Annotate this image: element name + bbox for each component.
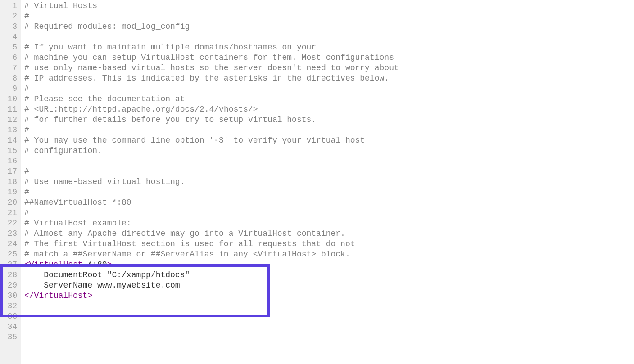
code-line[interactable]: ServerName www.mywebsite.com [24,280,634,291]
code-line[interactable] [24,311,634,322]
code-line[interactable]: # Please see the documentation at [24,94,634,104]
code-line[interactable]: # match a ##ServerName or ##ServerAlias … [24,249,634,260]
line-number: 9 [2,84,17,94]
line-number: 34 [2,322,17,332]
code-line[interactable]: # configuration. [24,146,634,156]
code-token: # If you want to maintain multiple domai… [24,43,316,52]
code-line[interactable]: <VirtualHost *:80> [24,260,634,270]
code-token: # <URL: [24,105,59,114]
code-line[interactable]: # You may use the command line option '-… [24,135,634,146]
line-number: 27 [2,260,17,270]
code-line[interactable]: # <URL:http://httpd.apache.org/docs/2.4/… [24,104,634,115]
code-line[interactable]: # Required modules: mod_log_config [24,22,634,32]
code-token: <VirtualHost [24,260,83,269]
code-area[interactable]: # Virtual Hosts## Required modules: mod_… [21,0,634,364]
line-number: 20 [2,198,17,208]
code-line[interactable]: # [24,125,634,135]
code-token: *:80 [83,260,107,269]
line-number: 10 [2,94,17,104]
line-number: 33 [2,311,17,322]
code-token: # [24,167,29,176]
code-line[interactable]: # [24,187,634,198]
code-line[interactable]: </VirtualHost> [24,291,634,301]
line-number: 25 [2,249,17,260]
code-token: # [24,208,29,217]
line-number: 22 [2,218,17,229]
code-line[interactable]: # machine you can setup VirtualHost cont… [24,53,634,63]
code-token: # Almost any Apache directive may go int… [24,229,345,238]
code-line[interactable] [24,156,634,166]
code-line[interactable] [24,32,634,42]
code-token: # Virtual Hosts [24,1,97,10]
current-line-highlight [24,291,634,301]
code-line[interactable]: # use only name-based virtual hosts so t… [24,63,634,73]
code-line[interactable] [24,301,634,311]
code-line[interactable]: # If you want to maintain multiple domai… [24,42,634,53]
code-token: http://httpd.apache.org/docs/2.4/vhosts/ [59,105,253,114]
code-token: > [253,105,258,114]
line-number: 13 [2,125,17,135]
code-token: "C:/xampp/htdocs" [107,270,190,279]
line-number: 8 [2,73,17,84]
code-line[interactable]: # [24,208,634,218]
line-number: 11 [2,104,17,115]
code-token: </VirtualHost> [24,291,92,300]
line-number: 24 [2,239,17,249]
code-line[interactable]: # IP addresses. This is indicated by the… [24,73,634,84]
code-token: # You may use the command line option '-… [24,136,365,145]
code-line[interactable]: ##NameVirtualHost *:80 [24,198,634,208]
code-line[interactable]: # Use name-based virtual hosting. [24,177,634,187]
code-line[interactable]: # The first VirtualHost section is used … [24,239,634,249]
code-line[interactable]: DocumentRoot "C:/xampp/htdocs" [24,270,634,280]
line-number: 23 [2,229,17,239]
line-number: 17 [2,166,17,177]
line-number: 15 [2,146,17,156]
line-number: 14 [2,135,17,146]
code-token: # VirtualHost example: [24,219,131,228]
line-number: 32 [2,301,17,311]
line-number: 28 [2,270,17,280]
code-line[interactable]: # [24,11,634,22]
code-token: # for further details before you try to … [24,115,316,124]
code-line[interactable]: # Almost any Apache directive may go int… [24,229,634,239]
code-token: # machine you can setup VirtualHost cont… [24,53,394,62]
code-token: DocumentRoot [24,270,107,279]
code-line[interactable] [24,332,634,342]
line-number: 21 [2,208,17,218]
code-token: # Required modules: mod_log_config [24,22,190,31]
line-number: 18 [2,177,17,187]
code-token: > [107,260,112,269]
line-number: 5 [2,42,17,53]
code-token: # IP addresses. This is indicated by the… [24,74,389,83]
code-token: # [24,12,29,21]
code-token: # The first VirtualHost section is used … [24,239,355,248]
text-caret [92,291,92,300]
code-line[interactable]: # [24,84,634,94]
code-line[interactable]: # [24,166,634,177]
code-line[interactable]: # for further details before you try to … [24,115,634,125]
line-number: 19 [2,187,17,198]
code-token: # use only name-based virtual hosts so t… [24,63,399,72]
code-token: # match a ##ServerName or ##ServerAlias … [24,250,350,259]
line-number: 3 [2,22,17,32]
line-number: 2 [2,11,17,22]
line-number: 12 [2,115,17,125]
code-token: ServerName www.mywebsite.com [24,281,180,290]
code-token: # [24,84,29,93]
line-number: 6 [2,53,17,63]
code-line[interactable] [24,322,634,332]
code-token: # [24,188,29,197]
code-editor[interactable]: 1234567891011121314151617181920212223242… [0,0,634,364]
line-number: 7 [2,63,17,73]
line-number: 16 [2,156,17,166]
code-line[interactable]: # VirtualHost example: [24,218,634,229]
line-number: 35 [2,332,17,342]
line-number: 30 [2,291,17,301]
line-number-gutter: 1234567891011121314151617181920212223242… [0,0,21,364]
line-number: 1 [2,1,17,11]
line-number: 4 [2,32,17,42]
code-token: # configuration. [24,146,102,155]
line-number: 29 [2,280,17,291]
code-line[interactable]: # Virtual Hosts [24,1,634,11]
code-token: # [24,126,29,135]
